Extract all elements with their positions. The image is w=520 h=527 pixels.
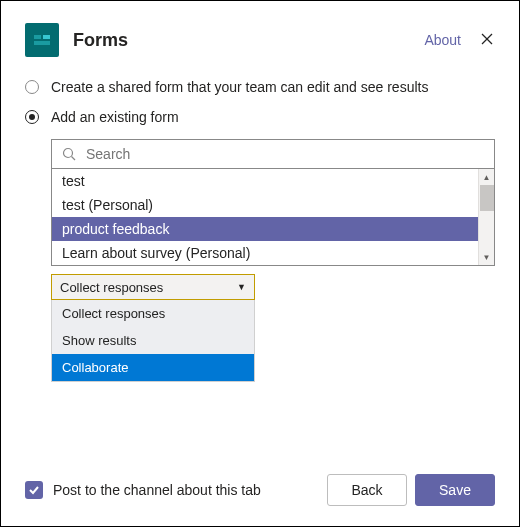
scroll-down-icon[interactable]: ▼ [479, 249, 494, 265]
search-input[interactable] [84, 145, 484, 163]
forms-app-icon [25, 23, 59, 57]
form-results-list: test test (Personal) product feedback Le… [51, 169, 495, 266]
list-item[interactable]: Learn about survey (Personal) [52, 241, 494, 265]
save-button[interactable]: Save [415, 474, 495, 506]
svg-rect-3 [34, 41, 50, 45]
dialog-header: Forms About [25, 23, 495, 57]
svg-rect-2 [43, 35, 50, 39]
select-option-collaborate[interactable]: Collaborate [52, 354, 254, 381]
scroll-thumb[interactable] [480, 185, 494, 211]
action-select-list: Collect responses Show results Collabora… [51, 300, 255, 382]
search-icon [62, 147, 76, 161]
radio-icon [25, 80, 39, 94]
list-item[interactable]: product feedback [52, 217, 494, 241]
list-item[interactable]: test (Personal) [52, 193, 494, 217]
action-select-value: Collect responses [60, 280, 163, 295]
search-box[interactable] [51, 139, 495, 169]
check-icon [28, 484, 40, 496]
scrollbar[interactable]: ▲ ▼ [478, 169, 494, 265]
forms-tab-dialog: Forms About Create a shared form that yo… [0, 0, 520, 527]
radio-create-shared-form[interactable]: Create a shared form that your team can … [25, 79, 495, 95]
dialog-footer: Post to the channel about this tab Back … [25, 474, 495, 506]
svg-rect-1 [34, 35, 41, 39]
button-label: Save [439, 482, 471, 498]
svg-point-6 [64, 149, 73, 158]
existing-form-picker: test test (Personal) product feedback Le… [51, 139, 495, 266]
action-select-box[interactable]: Collect responses ▼ [51, 274, 255, 300]
close-icon [481, 33, 493, 45]
post-to-channel-checkbox[interactable] [25, 481, 43, 499]
scroll-up-icon[interactable]: ▲ [479, 169, 494, 185]
button-label: Back [351, 482, 382, 498]
svg-line-7 [72, 157, 76, 161]
list-item[interactable]: test [52, 169, 494, 193]
select-option-collect[interactable]: Collect responses [52, 300, 254, 327]
action-select: Collect responses ▼ Collect responses Sh… [51, 274, 255, 382]
chevron-down-icon: ▼ [237, 282, 246, 292]
radio-label: Create a shared form that your team can … [51, 79, 428, 95]
radio-add-existing-form[interactable]: Add an existing form [25, 109, 495, 125]
back-button[interactable]: Back [327, 474, 407, 506]
post-to-channel-label: Post to the channel about this tab [53, 482, 319, 498]
select-option-show-results[interactable]: Show results [52, 327, 254, 354]
close-button[interactable] [479, 31, 495, 47]
radio-label: Add an existing form [51, 109, 179, 125]
radio-icon [25, 110, 39, 124]
about-link[interactable]: About [424, 32, 461, 48]
dialog-title: Forms [73, 30, 424, 51]
